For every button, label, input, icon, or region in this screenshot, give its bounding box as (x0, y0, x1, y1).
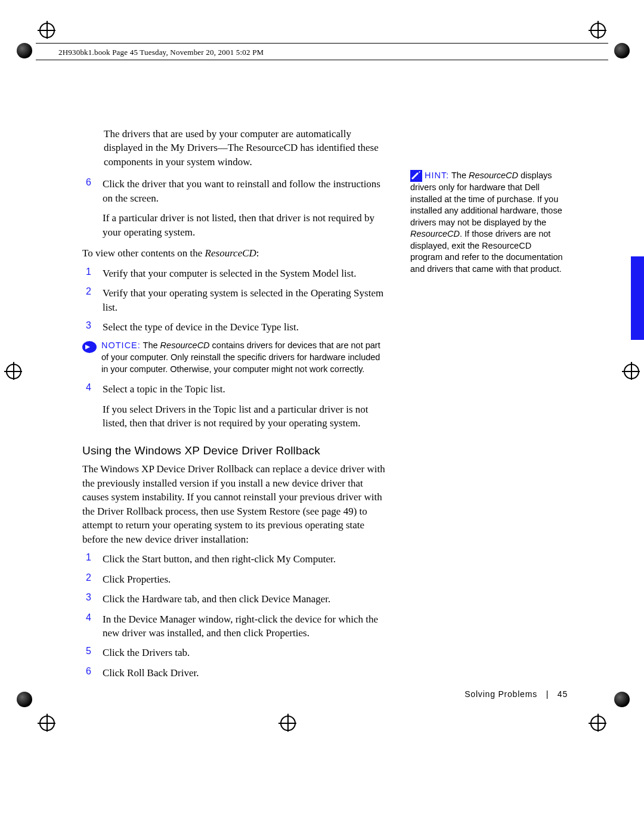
hint-b: ResourceCD (469, 171, 518, 180)
hint-label: HINT: (425, 171, 449, 180)
step-6: 6 Click the driver that you want to rein… (82, 177, 386, 205)
crop-ball-tr (614, 43, 630, 58)
step-number: 2 (82, 286, 103, 314)
page-thumb-tab (631, 256, 644, 340)
notice-a: The (141, 340, 160, 350)
step-number: 1 (82, 552, 103, 566)
crop-mark-tl (39, 23, 55, 38)
step-number: 6 (82, 666, 103, 680)
header-rule-bottom (36, 60, 608, 60)
step-number: 3 (82, 320, 103, 334)
crop-ball-br (614, 692, 630, 707)
step-number: 4 (82, 612, 103, 640)
rollback-step-6: 6 Click Roll Back Driver. (82, 666, 386, 680)
step-text: Click the Start button, and then right-c… (103, 552, 386, 566)
step-number: 2 (82, 572, 103, 586)
running-header: 2H930bk1.book Page 45 Tuesday, November … (58, 48, 264, 57)
section-paragraph: The Windows XP Device Driver Rollback ca… (82, 462, 386, 546)
step-6-note: If a particular driver is not listed, th… (103, 211, 386, 239)
rollback-step-3: 3 Click the Hardware tab, and then click… (82, 592, 386, 606)
crop-mark-bl (39, 716, 55, 731)
view-intro-a: To view other contents on the (82, 247, 205, 259)
notice-label: NOTICE: (101, 340, 141, 350)
view-step-3: 3 Select the type of device in the Devic… (82, 320, 386, 334)
hint-d: ResourceCD (410, 229, 460, 239)
intro-paragraph: The drivers that are used by your comput… (104, 127, 386, 169)
hint-icon (410, 170, 422, 182)
view-step-1: 1 Verify that your computer is selected … (82, 267, 386, 280)
step-number: 6 (82, 177, 103, 205)
notice-text: NOTICE: The ResourceCD contains drivers … (101, 340, 386, 375)
step-number: 4 (82, 382, 103, 396)
crop-mark-tr (590, 23, 606, 38)
notice-icon (82, 341, 97, 353)
section-heading: Using the Windows XP Device Driver Rollb… (82, 444, 386, 457)
view-intro: To view other contents on the ResourceCD… (82, 246, 386, 260)
hint-a: The (449, 171, 469, 180)
main-column: The drivers that are used by your comput… (82, 127, 386, 686)
step-text: In the Device Manager window, right-clic… (103, 612, 386, 640)
step-text: Click the driver that you want to reinst… (103, 177, 386, 205)
step-number: 5 (82, 646, 103, 659)
crop-ball-tl (17, 43, 32, 58)
step-text: Verify that your operating system is sel… (103, 286, 386, 314)
notice-block: NOTICE: The ResourceCD contains drivers … (82, 340, 386, 375)
rollback-step-4: 4 In the Device Manager window, right-cl… (82, 612, 386, 640)
step-text: Click the Hardware tab, and then click D… (103, 592, 386, 606)
rollback-step-2: 2 Click Properties. (82, 572, 386, 586)
crop-mark-ml (6, 364, 21, 379)
rollback-step-1: 1 Click the Start button, and then right… (82, 552, 386, 566)
step-text: Click Roll Back Driver. (103, 666, 386, 680)
footer-section: Solving Problems (465, 689, 537, 699)
step-text: Select a topic in the Topic list. (103, 382, 386, 396)
step-text: Click the Drivers tab. (103, 646, 386, 659)
view-step-2: 2 Verify that your operating system is s… (82, 286, 386, 314)
view-step-4-note: If you select Drivers in the Topic list … (103, 402, 386, 431)
footer-page-number: 45 (558, 689, 568, 699)
step-number: 1 (82, 267, 103, 280)
crop-mark-mr (624, 364, 639, 379)
notice-b: ResourceCD (160, 340, 210, 350)
view-intro-b: ResourceCD (205, 247, 256, 259)
step-text: Select the type of device in the Device … (103, 320, 386, 334)
crop-mark-bc (280, 716, 296, 731)
step-number: 3 (82, 592, 103, 606)
crop-ball-bl (17, 692, 32, 707)
step-text: Click Properties. (103, 572, 386, 586)
crop-mark-br (590, 716, 606, 731)
rollback-step-5: 5 Click the Drivers tab. (82, 646, 386, 659)
header-rule-top (36, 43, 608, 44)
view-intro-c: : (256, 247, 259, 259)
step-text: Verify that your computer is selected in… (103, 267, 386, 280)
view-step-4: 4 Select a topic in the Topic list. (82, 382, 386, 396)
footer-separator: | (546, 689, 549, 699)
page-footer: Solving Problems | 45 (465, 689, 568, 699)
hint-sidebar: HINT: The ResourceCD displays drivers on… (410, 170, 565, 275)
